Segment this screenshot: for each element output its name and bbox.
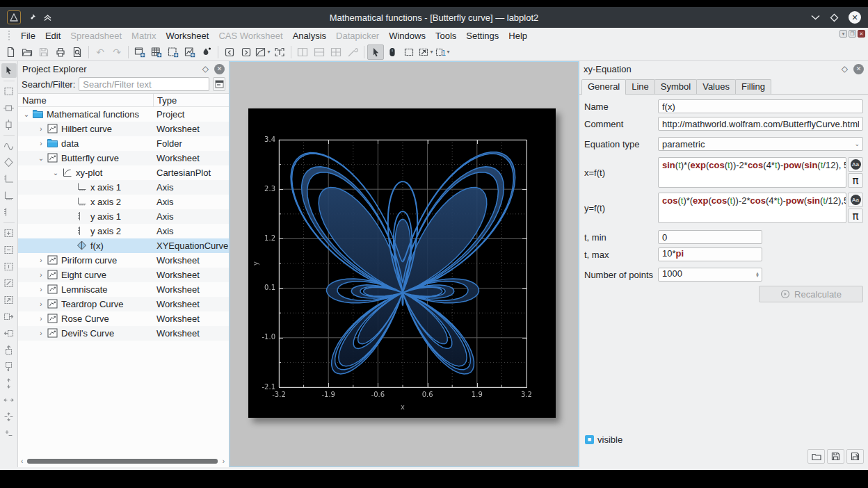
new-spreadsheet-button[interactable]	[148, 44, 165, 60]
y-functions-button[interactable]: π	[848, 209, 863, 223]
x-constants-button[interactable]: Aa	[848, 157, 863, 172]
new-note-button[interactable]	[238, 44, 255, 60]
new-matrix-button[interactable]	[165, 44, 182, 60]
tree-row-data[interactable]: ›dataFolder	[18, 136, 229, 151]
pin-icon[interactable]	[28, 13, 36, 22]
shift-left-button[interactable]	[1, 326, 17, 341]
explorer-float-icon[interactable]: ◇	[202, 64, 209, 74]
explorer-close-icon[interactable]: ✕	[214, 64, 225, 74]
zoom-y-region-button[interactable]	[1, 259, 17, 274]
tab-general[interactable]: General	[581, 79, 626, 95]
tab-line[interactable]: Line	[625, 79, 655, 94]
tree-row-devil-s-curve[interactable]: ›Devil's CurveWorksheet	[18, 326, 229, 341]
add-equation-curve-button[interactable]	[1, 155, 17, 170]
expand-icon[interactable]: ›	[37, 282, 45, 297]
tab-symbol[interactable]: Symbol	[654, 79, 697, 94]
tree-row-butterfly-curve[interactable]: ⌄Butterfly curveWorksheet	[18, 151, 229, 165]
shift-down-button[interactable]	[1, 359, 17, 374]
column-header-name[interactable]: Name	[18, 94, 47, 106]
save-as-template-button[interactable]	[846, 449, 864, 464]
select-mode-button[interactable]	[367, 44, 384, 60]
tab-values[interactable]: Values	[696, 79, 736, 94]
new-project-button[interactable]	[2, 44, 19, 60]
mdi-minimize-icon[interactable]: ▾	[839, 30, 847, 38]
search-options-icon[interactable]	[213, 77, 225, 91]
add-text-button[interactable]	[271, 44, 288, 60]
collapse-icon[interactable]: ⌄	[37, 151, 45, 165]
y-equation-field[interactable]: cos(t)*(exp(cos(t))-2*cos(4*t)-pow(sin(t…	[658, 193, 846, 223]
collapse-icon[interactable]: ⌄	[51, 165, 60, 180]
properties-float-icon[interactable]: ◇	[842, 64, 848, 74]
mdi-restore-icon[interactable]: ❐	[849, 30, 856, 38]
zoom-select-region-button[interactable]	[1, 84, 17, 99]
auto-scale-all-button[interactable]	[1, 409, 17, 424]
points-stepper[interactable]: 1000 ▲ ▼	[658, 268, 762, 282]
zoom-in-region-button[interactable]	[1, 226, 17, 241]
zoom-x-region-button[interactable]	[1, 243, 17, 257]
tree-row-piriform-curve[interactable]: ›Piriform curveWorksheet	[18, 253, 229, 268]
tab-filling[interactable]: Filling	[735, 79, 771, 94]
zoom-in-out-button[interactable]	[1, 426, 17, 441]
zoom-select-mode-button[interactable]	[401, 44, 417, 60]
menu-windows[interactable]: Windows	[384, 31, 431, 41]
tree-row-teardrop-curve[interactable]: ›Teardrop CurveWorksheet	[18, 297, 229, 311]
horizontal-range-button[interactable]	[1, 101, 17, 115]
name-field[interactable]	[658, 99, 863, 113]
auto-scale-y-button[interactable]	[1, 376, 17, 391]
add-y-axis-button[interactable]	[1, 205, 17, 220]
tree-row-y-axis-1[interactable]: y axis 1Axis	[18, 209, 229, 224]
tree-row-rose-curve[interactable]: ›Rose CurveWorksheet	[18, 311, 229, 326]
scrollbar-thumb[interactable]	[27, 459, 218, 464]
tree-row-hilbert-curve[interactable]: ›Hilbert curveWorksheet	[18, 122, 229, 136]
y-constants-button[interactable]: Aa	[848, 193, 863, 207]
vertical-range-button[interactable]	[1, 117, 17, 132]
select-cursor-button[interactable]	[1, 63, 17, 78]
new-plot-button[interactable]: ▾	[255, 44, 271, 60]
new-workbook-button[interactable]	[131, 44, 148, 60]
x-equation-field[interactable]: sin(t)*(exp(cos(t))-2*cos(4*t)-pow(sin(t…	[658, 157, 846, 188]
tmax-field[interactable]: 10*pi	[658, 247, 762, 261]
load-template-button[interactable]	[807, 449, 825, 464]
properties-close-icon[interactable]: ✕	[853, 64, 864, 74]
menu-settings[interactable]: Settings	[461, 31, 504, 41]
tree-row-x-axis-1[interactable]: x axis 1Axis	[18, 180, 229, 195]
new-folder-button[interactable]	[221, 44, 238, 60]
minimize-icon[interactable]	[811, 15, 820, 20]
butterfly-plot-canvas[interactable]	[248, 108, 556, 418]
shift-up-button[interactable]	[1, 343, 17, 357]
expand-icon[interactable]: ›	[37, 268, 45, 282]
collapse-icon[interactable]: ⌄	[22, 107, 31, 122]
tree-row-x-axis-2[interactable]: x axis 2Axis	[18, 195, 229, 209]
open-project-button[interactable]	[19, 44, 35, 60]
print-preview-button[interactable]	[69, 44, 86, 60]
new-worksheet-button[interactable]	[182, 44, 198, 60]
save-template-button[interactable]	[827, 449, 844, 464]
menu-worksheet[interactable]: Worksheet	[161, 31, 214, 41]
menu-edit[interactable]: Edit	[40, 31, 65, 41]
expand-icon[interactable]: ›	[37, 253, 45, 268]
close-icon[interactable]: ✕	[849, 11, 861, 24]
expand-icon[interactable]: ›	[37, 326, 45, 341]
shift-right-button[interactable]	[1, 309, 17, 324]
tmin-field[interactable]	[658, 230, 762, 244]
spin-down-icon[interactable]: ▼	[755, 274, 760, 278]
tree-row-lemniscate[interactable]: ›LemniscateWorksheet	[18, 282, 229, 297]
zoom-fit-button[interactable]: ▾	[417, 44, 434, 60]
expand-icon[interactable]: ›	[37, 311, 45, 326]
menu-analysis[interactable]: Analysis	[288, 31, 331, 41]
expand-icon[interactable]: ›	[37, 122, 45, 136]
column-header-type[interactable]: Type	[153, 94, 177, 106]
shade-icon[interactable]	[43, 13, 52, 22]
add-xy-curve-button[interactable]	[1, 138, 17, 153]
tree-row-y-axis-2[interactable]: y axis 2Axis	[18, 224, 229, 238]
equation-type-select[interactable]: parametric ⌄	[658, 137, 863, 151]
print-button[interactable]	[52, 44, 69, 60]
tree-row-f-x[interactable]: f(x)XYEquationCurve	[18, 238, 229, 253]
auto-scale-x-button[interactable]	[1, 393, 17, 407]
menu-help[interactable]: Help	[504, 31, 532, 41]
new-datapicker-button[interactable]	[198, 44, 215, 60]
menu-tools[interactable]: Tools	[431, 31, 461, 41]
navigate-mode-button[interactable]	[384, 44, 401, 60]
add-axis-button[interactable]	[1, 172, 17, 186]
mdi-close-icon[interactable]: ✕	[858, 30, 865, 38]
